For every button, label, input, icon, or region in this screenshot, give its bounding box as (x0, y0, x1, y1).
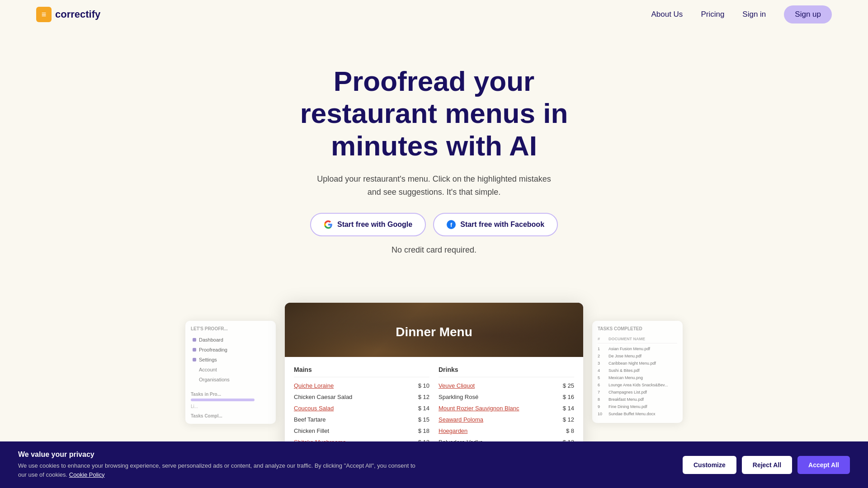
left-nav-orgs: Organisations (191, 375, 270, 385)
settings-icon (193, 358, 196, 361)
menu-item: Beef Tartare $ 15 (294, 414, 429, 425)
logo-text: correctify (55, 9, 100, 20)
tasks-completed-label: Tasks Compl... (191, 413, 270, 418)
right-panel-row: 3Caribbean Night Menu.pdf (598, 360, 677, 367)
facebook-button-label: Start free with Facebook (460, 221, 544, 229)
right-panel-row: 8Breakfast Menu.pdf (598, 396, 677, 403)
logo[interactable]: ≡ correctify (36, 7, 100, 22)
menu-table: Mains Quiche Loraine $ 10 Chicken Caesar… (285, 357, 583, 455)
cookie-title: We value your privacy (18, 450, 425, 459)
right-panel-row: 10Sundae Buffet Menu.docx (598, 410, 677, 418)
menu-item: Hoegarden $ 8 (439, 425, 574, 436)
right-panel-row: 2De Jose Menu.pdf (598, 352, 677, 360)
dashboard-icon (193, 338, 196, 342)
menu-item: Seaward Poloma $ 12 (439, 414, 574, 425)
right-panel-table-header: # DOCUMENT NAME (598, 335, 677, 343)
nav-link-about[interactable]: About Us (651, 10, 683, 19)
menu-item: Chicken Caesar Salad $ 12 (294, 391, 429, 403)
facebook-signup-button[interactable]: f Start free with Facebook (433, 213, 558, 236)
nav-link-signin[interactable]: Sign in (742, 10, 766, 19)
right-panel-row: 9Fine Dining Menu.pdf (598, 403, 677, 410)
nav-links: About Us Pricing Sign in Sign up (651, 5, 832, 23)
right-panel: Tasks Completed # DOCUMENT NAME 1Asian F… (592, 321, 683, 423)
cookie-banner: We value your privacy We use cookies to … (0, 441, 868, 488)
google-signup-button[interactable]: Start free with Google (310, 213, 426, 236)
cta-buttons: Start free with Google f Start free with… (9, 213, 859, 236)
menu-item: Veuve Cliquot $ 25 (439, 380, 574, 391)
google-button-label: Start free with Google (337, 221, 412, 229)
left-nav-dashboard: Dashboard (191, 335, 270, 345)
menu-title: Dinner Menu (396, 325, 472, 339)
right-panel-title: Tasks Completed (598, 326, 677, 331)
navbar: ≡ correctify About Us Pricing Sign in Si… (0, 0, 868, 29)
hero-subtext: Upload your restaurant's menu. Click on … (316, 173, 552, 199)
mains-header: Mains (294, 364, 429, 377)
menu-header: Dinner Menu (285, 303, 583, 357)
logo-icon: ≡ (36, 7, 52, 22)
google-icon (324, 220, 333, 229)
left-nav-settings: Settings (191, 355, 270, 365)
cookie-policy-link[interactable]: Cookie Policy (69, 471, 105, 478)
menu-item: Chicken Fillet $ 18 (294, 425, 429, 436)
reject-all-button[interactable]: Reject All (742, 456, 792, 474)
tasks-progress-bar (191, 399, 255, 401)
menu-item: Sparkling Rosé $ 16 (439, 391, 574, 403)
menu-card: Dinner Menu Mains Quiche Loraine $ 10 Ch… (285, 303, 583, 455)
proofreading-icon (193, 348, 196, 352)
nav-link-pricing[interactable]: Pricing (701, 10, 724, 19)
menu-item: Mount Rozier Sauvignon Blanc $ 14 (439, 403, 574, 414)
left-panel-header: Let's proofr... (191, 326, 270, 331)
left-panel-list: Li... (191, 404, 270, 409)
hero-section: Proofread your restaurant menus in minut… (0, 29, 868, 289)
cookie-buttons: Customize Reject All Accept All (683, 456, 850, 474)
menu-item: Quiche Loraine $ 10 (294, 380, 429, 391)
tasks-in-progress-label: Tasks in Pro... (191, 392, 270, 397)
right-panel-row: 6Lounge Area Kids Snacks&Bev... (598, 381, 677, 389)
drinks-header: Drinks (439, 364, 574, 377)
menu-item: Coucous Salad $ 14 (294, 403, 429, 414)
left-panel: Let's proofr... Dashboard Proofreading S… (185, 321, 276, 424)
product-demo-area: Let's proofr... Dashboard Proofreading S… (185, 303, 683, 456)
no-credit-card-text: No credit card required. (316, 244, 552, 257)
cookie-text: We value your privacy We use cookies to … (18, 450, 425, 479)
facebook-icon: f (447, 220, 456, 229)
right-panel-row: 5Mexican Menu.png (598, 374, 677, 381)
customize-button[interactable]: Customize (683, 456, 736, 474)
left-nav-account: Account (191, 365, 270, 375)
right-panel-row: 7Champagnes List.pdf (598, 389, 677, 396)
cookie-desc: We use cookies to enhance your browsing … (18, 461, 425, 479)
hero-headline: Proofread your restaurant menus in minut… (262, 65, 606, 162)
nav-link-signup[interactable]: Sign up (784, 5, 832, 23)
left-nav-proofreading: Proofreading (191, 345, 270, 355)
accept-all-button[interactable]: Accept All (797, 456, 850, 474)
right-panel-row: 4Sushi & Bites.pdf (598, 367, 677, 374)
right-panel-row: 1Asian Fusion Menu.pdf (598, 345, 677, 352)
